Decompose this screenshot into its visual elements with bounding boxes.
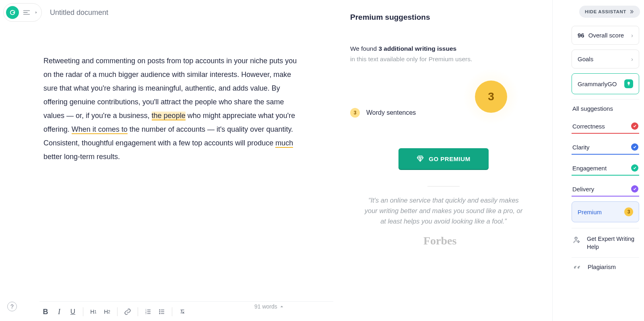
toolbar-separator xyxy=(117,307,118,316)
vertical-divider xyxy=(552,0,553,321)
category-underline xyxy=(572,175,639,176)
go-premium-button[interactable]: GO PREMIUM xyxy=(398,148,489,169)
caret-right-icon xyxy=(34,10,38,14)
category-premium[interactable]: Premium 3 xyxy=(572,201,639,222)
highlight-wordy[interactable]: the people xyxy=(152,112,186,120)
svg-text:3: 3 xyxy=(145,313,147,315)
category-underline xyxy=(572,133,639,134)
word-count[interactable]: 91 words xyxy=(254,303,284,310)
expert-writing-help[interactable]: Get Expert Writing Help xyxy=(572,228,639,257)
highlight-wordy[interactable]: much xyxy=(275,139,293,148)
toolbar-separator xyxy=(172,307,172,316)
goals-label: Goals xyxy=(578,56,593,62)
underline-button[interactable]: U xyxy=(67,306,79,318)
person-handoff-icon xyxy=(572,235,581,245)
svg-point-15 xyxy=(159,313,160,314)
premium-found-line: We found 3 additional writing issues xyxy=(350,45,535,52)
grammarlygo-card[interactable]: GrammarlyGO xyxy=(572,73,639,94)
highlight-wordy[interactable]: When it comes to xyxy=(72,125,128,134)
premium-availability: in this text available only for Premium … xyxy=(350,56,535,63)
go-premium-label: GO PREMIUM xyxy=(429,155,470,162)
editor-text: better long-term results. xyxy=(43,153,120,161)
category-label: Correctness xyxy=(572,123,605,130)
overall-score-label: Overall score xyxy=(587,32,624,39)
app-menu-button[interactable] xyxy=(3,3,42,22)
h1-button[interactable]: H1 xyxy=(87,306,99,318)
toolbar-separator xyxy=(138,307,138,316)
premium-count-badge: 3 xyxy=(624,207,633,216)
italic-button[interactable]: I xyxy=(53,306,65,318)
clear-formatting-button[interactable] xyxy=(176,306,188,318)
word-count-label: 91 words xyxy=(254,303,277,310)
bulleted-list-button[interactable] xyxy=(156,306,168,318)
toolbar-separator xyxy=(83,307,83,316)
premium-found-count: 3 additional writing issues xyxy=(378,45,456,52)
category-delivery[interactable]: Delivery xyxy=(572,180,639,196)
right-rail: 96 Overall score › Goals › GrammarlyGO A… xyxy=(572,26,639,279)
expert-label: Get Expert Writing Help xyxy=(587,235,638,251)
help-button[interactable]: ? xyxy=(7,302,17,311)
premium-big-circle: 3 xyxy=(463,68,519,125)
caret-up-icon xyxy=(280,304,284,309)
category-underline xyxy=(572,196,639,197)
paragraph-menu-icon xyxy=(22,8,31,17)
category-label: Engagement xyxy=(572,165,607,172)
svg-point-14 xyxy=(159,311,160,312)
overall-score-text: 96 Overall score xyxy=(578,32,624,39)
issue-label: Wordy sentences xyxy=(366,109,416,116)
check-circle-icon xyxy=(631,122,638,130)
grammarly-logo-icon xyxy=(6,6,19,19)
check-circle-icon xyxy=(631,143,638,151)
svg-point-13 xyxy=(159,310,160,311)
quotes-icon xyxy=(572,263,582,273)
diamond-icon xyxy=(417,155,424,162)
overall-score-number: 96 xyxy=(578,32,584,39)
hide-assistant-label: HIDE ASSISTANT xyxy=(585,9,626,14)
editor-content[interactable]: Retweeting and commenting on posts from … xyxy=(43,54,301,164)
hide-assistant-button[interactable]: HIDE ASSISTANT xyxy=(579,6,640,18)
check-circle-icon xyxy=(631,164,638,172)
document-title[interactable]: Untitled document xyxy=(50,8,108,17)
plagiarism-label: Plagiarism xyxy=(588,263,616,273)
editor-text: Retweeting and commenting on posts from … xyxy=(43,57,297,120)
numbered-list-button[interactable]: 123 xyxy=(142,306,154,318)
bold-button[interactable]: B xyxy=(39,306,52,318)
category-clarity[interactable]: Clarity xyxy=(572,139,639,154)
chevron-double-right-icon xyxy=(629,9,634,14)
h2-button[interactable]: H2 xyxy=(101,306,113,318)
category-correctness[interactable]: Correctness xyxy=(572,118,639,133)
grammarlygo-label: GrammarlyGO xyxy=(578,81,617,87)
chevron-right-icon: › xyxy=(631,32,633,39)
formatting-toolbar: B I U H1 H2 123 xyxy=(39,301,333,318)
premium-title: Premium suggestions xyxy=(350,13,535,22)
testimonial-source: Forbes xyxy=(423,234,456,247)
plagiarism-check[interactable]: Plagiarism xyxy=(572,257,639,279)
overall-score-card[interactable]: 96 Overall score › xyxy=(572,26,639,45)
testimonial-quote: “It's an online service that quickly and… xyxy=(362,195,525,226)
category-label: Delivery xyxy=(572,186,594,193)
svg-point-3 xyxy=(575,237,577,239)
category-label: Clarity xyxy=(572,144,590,151)
link-button[interactable] xyxy=(122,306,134,318)
premium-found-prefix: We found xyxy=(350,45,378,52)
issue-count-badge: 3 xyxy=(350,108,360,118)
quote-separator xyxy=(427,186,460,186)
lightbulb-icon xyxy=(624,79,633,88)
category-engagement[interactable]: Engagement xyxy=(572,159,639,175)
topbar: Untitled document xyxy=(3,3,108,22)
premium-total-count: 3 xyxy=(475,81,507,113)
goals-card[interactable]: Goals › xyxy=(572,50,639,68)
all-suggestions-section[interactable]: All suggestions xyxy=(572,99,639,118)
category-underline xyxy=(572,154,639,155)
chevron-right-icon: › xyxy=(631,56,633,62)
check-circle-icon xyxy=(631,185,638,193)
premium-label: Premium xyxy=(578,209,602,215)
